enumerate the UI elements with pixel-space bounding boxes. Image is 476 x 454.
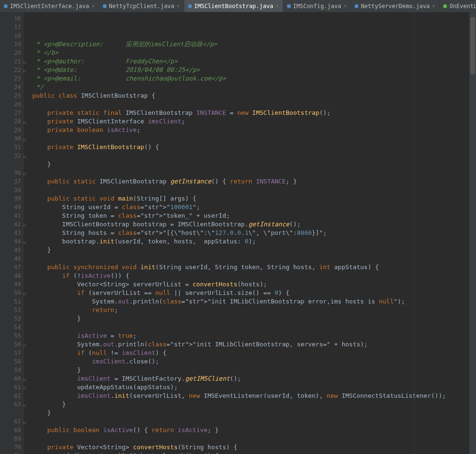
gutter-line: 37: [0, 177, 21, 186]
vertical-scrollbar[interactable]: [469, 12, 476, 454]
code-line[interactable]: String token = class="str">"token_" + us…: [32, 212, 469, 220]
code-line[interactable]: private boolean isActive;: [32, 126, 469, 134]
code-line[interactable]: if (hosts != null && hosts.length() > 0)…: [32, 452, 469, 454]
code-line[interactable]: * <p>@date: 2019/04/08 00:25</p>: [32, 66, 469, 74]
code-line[interactable]: [32, 169, 469, 177]
gutter-line: 52: [0, 306, 21, 314]
tab-nettytcpclient[interactable]: NettyTcpClient.java ×: [99, 0, 184, 12]
interface-file-icon: [443, 4, 447, 8]
code-line[interactable]: * <p>@author: FreddyChen</p>: [32, 57, 469, 66]
gutter-line: 47: [0, 263, 21, 272]
gutter-line: 67@⊟: [0, 417, 21, 426]
code-line[interactable]: imsClient = IMSClientFactory.getIMSClien…: [32, 374, 469, 383]
code-line[interactable]: return;: [32, 306, 469, 314]
code-line[interactable]: if (serverUrlList == null || serverUrlLi…: [32, 289, 469, 297]
code-editor[interactable]: 161718192021⊟22▶⊟232425262728⊟2930⊟3132@…: [0, 12, 476, 454]
gutter-line: 46: [0, 254, 21, 263]
code-line[interactable]: private IMSClientBootstrap() {: [32, 143, 469, 151]
gutter-line: [0, 160, 21, 169]
code-line[interactable]: if (!isActive()) {: [32, 272, 469, 280]
gutter-line: 48: [0, 272, 21, 280]
code-line[interactable]: * </b>: [32, 49, 469, 57]
gutter-line: 40: [0, 203, 21, 212]
gutter-line: 28⊟: [0, 117, 21, 126]
close-icon[interactable]: ×: [432, 3, 436, 9]
gutter-line: 30⊟: [0, 134, 21, 143]
code-line[interactable]: public class IMSClientBootstrap {: [32, 91, 469, 100]
gutter-line: 29: [0, 126, 21, 134]
code-area[interactable]: * <p>@Description: 应用层的imsClient启动器</p> …: [24, 12, 469, 454]
code-line[interactable]: [32, 254, 469, 263]
gutter-line: 23: [0, 74, 21, 83]
gutter-line: 36▶⊟: [0, 169, 21, 177]
code-line[interactable]: */: [32, 83, 469, 91]
code-line[interactable]: System.out.println(class="str">"init IML…: [32, 340, 469, 349]
code-line[interactable]: [32, 434, 469, 443]
tab-nettyserverdemo[interactable]: NettyServerDemo.java ×: [351, 0, 439, 12]
close-icon[interactable]: ×: [91, 3, 95, 9]
code-line[interactable]: public boolean isActive() { return isAct…: [32, 426, 469, 434]
code-line[interactable]: * <p>@email: chenshichao@outlook.com</p>: [32, 74, 469, 83]
code-line[interactable]: [32, 100, 469, 109]
tab-label: IMSClientInterface.java: [10, 3, 89, 10]
code-line[interactable]: String hosts = class="str">"[{\"host\":\…: [32, 229, 469, 237]
code-line[interactable]: IMSClientBootstrap bootstrap = IMSClient…: [32, 220, 469, 229]
code-line[interactable]: [32, 186, 469, 194]
code-line[interactable]: bootstrap.init(userId, token, hosts, app…: [32, 237, 469, 246]
code-line[interactable]: if (null != imsClient) {: [32, 349, 469, 357]
code-line[interactable]: private Vector<String> convertHosts(Stri…: [32, 443, 469, 452]
code-line[interactable]: Vector<String> serverUrlList = convertHo…: [32, 280, 469, 289]
gutter-line: 50⊟: [0, 289, 21, 297]
gutter-line: 59: [0, 366, 21, 374]
tab-oneventlistener[interactable]: OnEventListener.java ×: [439, 0, 476, 12]
gutter-line: 44⊟: [0, 237, 21, 246]
gutter-line: 61⊟: [0, 383, 21, 392]
gutter-line: 19: [0, 40, 21, 49]
code-line[interactable]: public synchronized void init(String use…: [32, 263, 469, 272]
gutter-line: 53: [0, 314, 21, 323]
gutter-line: 32@⊟: [0, 151, 21, 160]
code-line[interactable]: public static void main(String[] args) {: [32, 194, 469, 203]
editor-tabs: IMSClientInterface.java × NettyTcpClient…: [0, 0, 476, 12]
gutter-line: 41: [0, 212, 21, 220]
tab-imsclientbootstrap[interactable]: IMSClientBootstrap.java ×: [184, 0, 283, 12]
code-line[interactable]: }: [32, 409, 469, 417]
tab-imsconfig[interactable]: IMSConfig.java ×: [283, 0, 351, 12]
code-line[interactable]: }: [32, 400, 469, 409]
right-margin-guide: [414, 12, 415, 454]
gutter-line: 18: [0, 31, 21, 40]
code-line[interactable]: System.out.println(class="str">"init IML…: [32, 297, 469, 306]
tab-imsclientinterface[interactable]: IMSClientInterface.java ×: [0, 0, 99, 12]
close-icon[interactable]: ×: [344, 3, 347, 9]
scrollbar-thumb[interactable]: [470, 17, 475, 74]
gutter-line: 51: [0, 297, 21, 306]
gutter-line: 27: [0, 109, 21, 117]
code-line[interactable]: [32, 134, 469, 143]
code-line[interactable]: }: [32, 366, 469, 374]
code-line[interactable]: String userId = class="str">"100001";: [32, 203, 469, 212]
code-line[interactable]: }: [32, 246, 469, 254]
java-file-icon: [287, 4, 291, 8]
tab-label: IMSClientBootstrap.java: [194, 3, 273, 10]
code-line[interactable]: public static IMSClientBootstrap getInst…: [32, 177, 469, 186]
code-line[interactable]: }: [32, 314, 469, 323]
close-icon[interactable]: ×: [276, 3, 279, 9]
code-line[interactable]: isActive = true;: [32, 332, 469, 340]
gutter-line: 69: [0, 434, 21, 443]
tab-label: OnEventListener.java: [449, 3, 476, 10]
code-line[interactable]: updateAppStatus(appStatus);: [32, 383, 469, 392]
close-icon[interactable]: ×: [177, 3, 180, 9]
gutter-line: 71: [0, 452, 21, 454]
gutter-line: 45: [0, 246, 21, 254]
java-file-icon: [355, 4, 358, 8]
code-line[interactable]: imsClient.init(serverUrlList, new IMSEve…: [32, 392, 469, 400]
code-line[interactable]: * <p>@Description: 应用层的imsClient启动器</p>: [32, 40, 469, 49]
gutter-line: [0, 409, 21, 417]
code-line[interactable]: [32, 417, 469, 426]
code-line[interactable]: private static final IMSClientBootstrap …: [32, 109, 469, 117]
code-line[interactable]: [32, 323, 469, 332]
code-line[interactable]: [32, 151, 469, 160]
code-line[interactable]: imsClient.close();: [32, 357, 469, 366]
code-line[interactable]: }: [32, 160, 469, 169]
code-line[interactable]: private IMSClientInterface imsClient;: [32, 117, 469, 126]
